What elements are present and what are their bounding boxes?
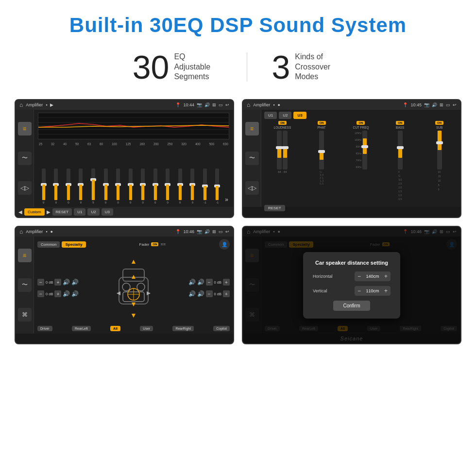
eq-reset-btn[interactable]: RESET <box>52 208 72 216</box>
media-icon: ▪ <box>46 102 47 107</box>
crossover-reset-btn[interactable]: RESET <box>264 205 285 211</box>
eq-u3-btn[interactable]: U3 <box>102 208 113 216</box>
crossover-u1-btn[interactable]: U1 <box>264 112 277 119</box>
speaker-specialty-btn[interactable]: Specialty <box>62 241 85 248</box>
sidebar-wave-icon[interactable]: 〜 <box>18 152 32 165</box>
home-icon-3[interactable]: ⌂ <box>19 228 23 235</box>
eq-slider-6: 0 <box>100 169 112 204</box>
horizontal-value-ctrl: − 140cm + <box>355 271 391 281</box>
time-eq: 10:44 <box>183 102 194 107</box>
eq-u2-btn[interactable]: U2 <box>87 208 99 216</box>
crossover-u3-btn[interactable]: U3 <box>293 112 306 119</box>
back-icon-3[interactable]: ↩ <box>225 229 229 234</box>
ch-tr-plus[interactable]: + <box>223 279 230 286</box>
sidebar-vol-icon-2[interactable]: ◁▷ <box>245 181 259 195</box>
user-btn[interactable]: User <box>140 326 153 331</box>
ch-br-plus[interactable]: + <box>223 290 230 297</box>
left-channels: − 0 dB + 🔊 🔊 − 0 dB + 🔊 🔊 <box>37 252 79 324</box>
sidebar-eq-icon-2[interactable]: ≡ <box>245 122 259 135</box>
home-icon[interactable]: ⌂ <box>19 101 23 108</box>
camera-icon: 📷 <box>197 102 202 107</box>
speaker-icon-tr2: 🔊 <box>197 279 204 286</box>
speaker-top-row: Common Specialty Fader ON ≡≡ 👤 <box>37 239 230 250</box>
speaker-icon-bl: 🔊 <box>63 290 70 297</box>
stat-number-crossover: 3 <box>272 51 290 84</box>
band-sub: ON SUB 20151050 <box>421 121 458 201</box>
ch-tl-plus[interactable]: + <box>54 279 61 286</box>
crossover-body: U1 U2 U3 ON LOUDNESS <box>261 110 460 207</box>
loudness-on: ON <box>278 121 287 125</box>
fader-down-btn[interactable]: ▼ <box>130 311 137 319</box>
fader-up-btn[interactable]: ▲ <box>130 257 137 265</box>
ch-tr-minus[interactable]: − <box>206 279 213 286</box>
sidebar-vol-icon[interactable]: ◁▷ <box>18 181 32 195</box>
sidebar-bt-icon[interactable]: ⌘ <box>18 308 32 321</box>
right-channels: 🔊 🔊 − 0 dB + 🔊 🔊 − 0 dB + <box>188 252 230 324</box>
horizontal-plus-btn[interactable]: + <box>384 273 388 280</box>
svg-point-8 <box>137 283 145 291</box>
ch-bl-plus[interactable]: + <box>54 290 61 297</box>
rearleft-btn[interactable]: RearLeft <box>72 326 91 331</box>
camera-icon-3: 📷 <box>197 229 202 234</box>
eq-arrows[interactable]: » <box>224 195 229 204</box>
sidebar-icons-speaker: ≡ 〜 ⌘ <box>16 236 34 334</box>
time-speaker: 10:46 <box>183 229 194 234</box>
status-left-eq: ⌂ Amplifier ▪ ▶ <box>19 101 53 108</box>
speaker-main-area: Common Specialty Fader ON ≡≡ 👤 − <box>34 236 233 334</box>
band-phat: ON PHAT G3.92.11.30.5 <box>304 121 340 201</box>
eq-slider-14: -1 <box>199 169 211 204</box>
vertical-minus-btn[interactable]: − <box>357 287 361 294</box>
eq-custom-btn[interactable]: Custom <box>24 208 45 216</box>
eq-freq-labels: 253240506380100125160200250320400500630 <box>38 142 229 146</box>
back-icon-2[interactable]: ↩ <box>453 102 457 107</box>
stat-label-eq: EQ AdjustableSegments <box>174 52 222 82</box>
back-icon[interactable]: ↩ <box>225 102 229 107</box>
location-icon-3: 📍 <box>175 229 181 234</box>
sidebar-wave-icon-3[interactable]: 〜 <box>18 278 32 292</box>
screen-eq: ⌂ Amplifier ▪ ▶ 📍 10:44 📷 🔊 ⊞ ▭ ↩ ≡ 〜 ◁▷ <box>15 99 234 218</box>
eq-graph <box>38 113 229 139</box>
vertical-plus-btn[interactable]: + <box>384 287 388 294</box>
home-icon-2[interactable]: ⌂ <box>247 101 250 108</box>
eq-prev-btn[interactable]: ◀ <box>18 209 22 215</box>
loudness-values: 64 · 64 <box>278 170 287 173</box>
horizontal-minus-btn[interactable]: − <box>357 273 361 280</box>
rearright-btn[interactable]: RearRight <box>172 326 194 331</box>
sidebar-eq-icon[interactable]: ≡ <box>18 122 32 135</box>
confirm-button[interactable]: Confirm <box>333 301 370 311</box>
camera-icon-2: 📷 <box>424 102 429 107</box>
sidebar-wave-icon-2[interactable]: 〜 <box>245 152 259 165</box>
media-icon-2: ▪ <box>273 102 274 107</box>
app-name-eq: Amplifier <box>26 102 43 107</box>
screen-body-crossover: ≡ 〜 ◁▷ U1 U2 U3 ON LOUDNESS <box>243 110 460 207</box>
sidebar-eq-icon-3[interactable]: ≡ <box>18 249 32 262</box>
cutfreq-on: ON <box>357 121 365 125</box>
ch-br-minus[interactable]: − <box>206 290 213 297</box>
band-loudness: ON LOUDNESS 64 · 64 <box>264 121 301 201</box>
fader-on-badge: ON <box>151 242 158 246</box>
status-bar-speaker: ⌂ Amplifier ▪ ● 📍 10:46 📷 🔊 ⊞ ▭ ↩ <box>16 227 233 236</box>
band-bass: ON BASS FG3.02.52.01.51.00.5 <box>382 121 418 201</box>
copilot-btn[interactable]: Copilot <box>213 326 230 331</box>
app-name-speaker: Amplifier <box>26 229 43 234</box>
dot-icon: ● <box>277 102 280 107</box>
bass-sliders <box>398 131 403 169</box>
status-right-eq: 📍 10:44 📷 🔊 ⊞ ▭ ↩ <box>175 102 229 107</box>
fader-text: Fader <box>139 242 150 247</box>
eq-next-btn[interactable]: ▶ <box>47 209 51 215</box>
ch-bl-minus[interactable]: − <box>37 290 44 297</box>
eq-u1-btn[interactable]: U1 <box>74 208 85 216</box>
driver-btn[interactable]: Driver <box>37 326 52 331</box>
stat-label-crossover: Kinds ofCrossover Modes <box>295 52 343 82</box>
phat-sliders <box>319 131 324 169</box>
ch-tr-db: 0 dB <box>214 280 221 285</box>
grid-icon-3: ⊞ <box>212 229 216 234</box>
all-btn[interactable]: All <box>110 326 120 331</box>
eq-slider-5: 5 <box>87 169 99 204</box>
crossover-reset-area: RESET <box>264 203 458 211</box>
ch-tl-minus[interactable]: − <box>37 279 44 286</box>
crossover-u2-btn[interactable]: U2 <box>279 112 291 119</box>
eq-slider-7: 0 <box>112 169 124 204</box>
speaker-common-btn[interactable]: Common <box>37 241 60 248</box>
ch-br-db: 0 dB <box>214 292 221 296</box>
